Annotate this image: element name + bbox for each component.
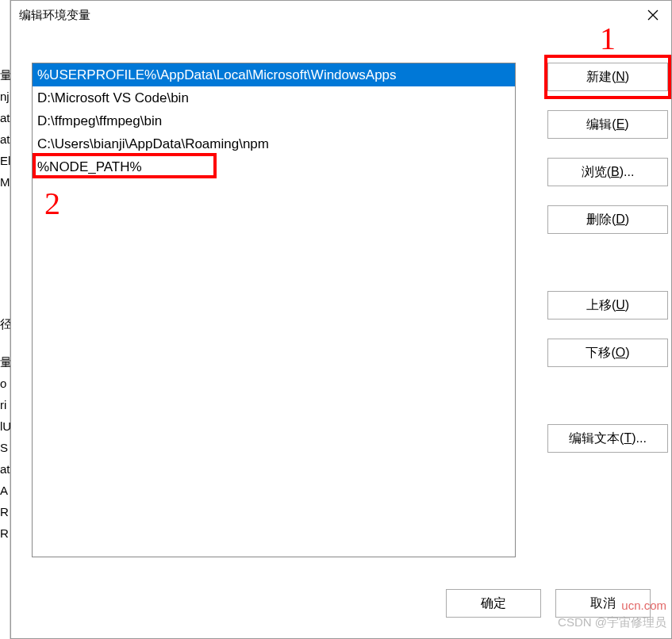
list-item[interactable]: %NODE_PATH%	[33, 155, 515, 178]
move-down-button[interactable]: 下移(O)	[547, 339, 668, 367]
bottom-button-row: 确定 取消	[446, 589, 651, 618]
env-var-edit-dialog: 编辑环境变量 %USERPROFILE%\AppData\Local\Micro…	[10, 0, 672, 639]
dialog-body: %USERPROFILE%\AppData\Local\Microsoft\Wi…	[32, 63, 651, 575]
new-button[interactable]: 新建(N)	[547, 63, 668, 91]
close-button[interactable]	[635, 2, 671, 28]
edit-button[interactable]: 编辑(E)	[547, 110, 668, 139]
background-left-strip: 量 nj at at El M 径 量 o ri lU S at A R R	[0, 0, 10, 639]
list-item[interactable]: C:\Users\bianji\AppData\Roaming\npm	[33, 132, 515, 155]
button-column: 新建(N) 编辑(E) 浏览(B)... 删除(D) 上移(U) 下移(O) 编…	[547, 63, 668, 453]
edit-text-button[interactable]: 编辑文本(T)...	[547, 424, 668, 453]
close-icon	[647, 10, 659, 21]
ok-button[interactable]: 确定	[446, 589, 541, 618]
path-list[interactable]: %USERPROFILE%\AppData\Local\Microsoft\Wi…	[32, 63, 516, 557]
delete-button[interactable]: 删除(D)	[547, 205, 668, 234]
list-item[interactable]: %USERPROFILE%\AppData\Local\Microsoft\Wi…	[33, 63, 515, 86]
move-up-button[interactable]: 上移(U)	[547, 291, 668, 320]
list-item[interactable]: D:\Microsoft VS Code\bin	[33, 86, 515, 109]
cancel-button[interactable]: 取消	[555, 589, 651, 618]
dialog-title: 编辑环境变量	[19, 8, 635, 23]
titlebar: 编辑环境变量	[11, 1, 671, 29]
browse-button[interactable]: 浏览(B)...	[547, 158, 668, 186]
list-item[interactable]: D:\ffmpeg\ffmpeg\bin	[33, 109, 515, 132]
